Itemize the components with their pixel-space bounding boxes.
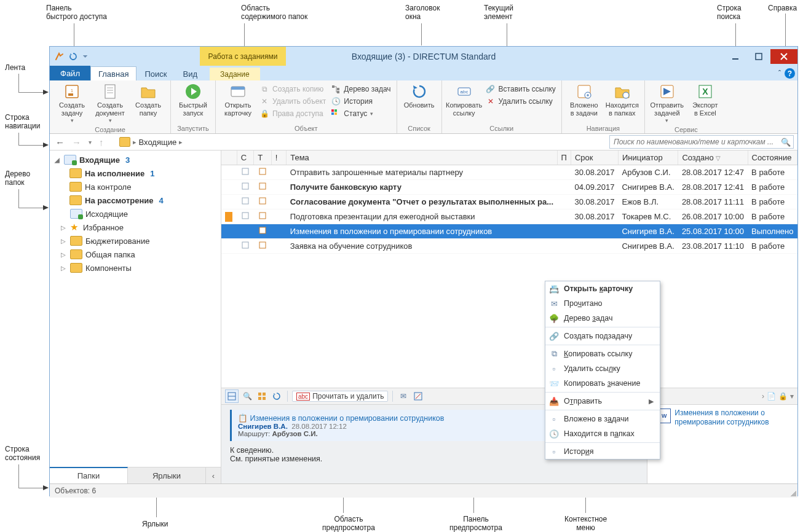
table-row[interactable]: Согласование документа "Отчет о результа… xyxy=(221,195,797,209)
breadcrumb[interactable]: ▸ Входящие ▸ xyxy=(119,137,183,147)
expand-icon[interactable]: ▷ xyxy=(61,265,67,272)
svg-rect-18 xyxy=(334,112,337,115)
table-row[interactable]: Заявка на обучение сотрудниковСнигирев В… xyxy=(221,239,797,254)
expand-icon[interactable]: ▷ xyxy=(61,251,67,258)
search-icon[interactable]: 🔍 xyxy=(781,138,791,147)
footer-tab-folders[interactable]: Папки xyxy=(50,467,128,483)
table-row[interactable]: Получите банковскую карту04.09.2017Сниги… xyxy=(221,180,797,195)
expand-icon[interactable]: ▷ xyxy=(61,238,67,244)
col-c[interactable]: С xyxy=(237,151,254,165)
minimize-button[interactable] xyxy=(724,49,747,64)
tree-item-inbox[interactable]: ◢ Входящие 3 xyxy=(53,153,217,166)
open-card-button[interactable]: Открыть карточку xyxy=(220,82,256,117)
resize-grip-icon[interactable] xyxy=(789,489,796,496)
col-bang[interactable]: ! xyxy=(271,151,287,165)
help-icon[interactable]: ? xyxy=(785,68,795,79)
pv-attach-icon[interactable]: 📄 xyxy=(767,392,776,401)
export-excel-button[interactable]: X Экспорт в Excel xyxy=(687,82,724,117)
pv-gear-icon[interactable]: ▾ xyxy=(790,392,794,401)
context-menu-item[interactable]: ▫Удалить ссылку xyxy=(545,361,660,376)
tab-view[interactable]: Вид xyxy=(175,66,205,80)
quick-start-button[interactable]: Быстрый запуск xyxy=(175,82,212,117)
create-folder-button[interactable]: Создать папку xyxy=(130,82,167,117)
pv-layout-icon[interactable] xyxy=(225,389,239,403)
pv-nav-icon[interactable]: › xyxy=(762,392,764,401)
create-document-button[interactable]: Создать документ xyxy=(92,82,129,124)
tab-task[interactable]: Задание xyxy=(210,68,260,80)
col-created[interactable]: Создано xyxy=(678,151,748,165)
context-menu-item[interactable]: 🕓Находится в папках xyxy=(545,426,660,441)
qat-dropdown-icon[interactable]: ⏷ xyxy=(81,53,90,60)
pv-lock-icon[interactable]: 🔒 xyxy=(778,392,788,401)
context-menu-item[interactable]: ▫История xyxy=(545,444,660,459)
tree-label: Избранное xyxy=(83,223,124,232)
delete-link-button[interactable]: ✕Удалить ссылку xyxy=(484,96,558,107)
excel-icon: X xyxy=(696,82,714,101)
in-tasks-button[interactable]: Вложено в задачи xyxy=(566,82,603,117)
tree-item[interactable]: На контроле xyxy=(53,180,217,194)
pv-task-icon[interactable] xyxy=(412,390,424,402)
close-button[interactable] xyxy=(770,49,797,64)
pv-grid-icon[interactable] xyxy=(256,390,268,402)
search-box[interactable]: 🔍 xyxy=(609,135,794,149)
tab-file[interactable]: Файл xyxy=(50,66,90,80)
col-state[interactable]: Состояние xyxy=(748,151,797,165)
col-theme[interactable]: Тема xyxy=(287,151,557,165)
tab-home[interactable]: Главная xyxy=(90,66,136,80)
collapse-icon[interactable]: ◢ xyxy=(55,157,61,163)
callout-current-element: Текущий элемент xyxy=(484,4,513,22)
send-task-button[interactable]: Отправить задачей xyxy=(649,82,686,124)
context-menu-item[interactable]: 📨Копировать значение xyxy=(545,376,660,391)
context-menu-item[interactable]: ⧉Копировать ссылку xyxy=(545,346,660,361)
tab-search[interactable]: Поиск xyxy=(136,66,175,80)
label: Создать папку xyxy=(135,101,161,117)
context-menu-item[interactable]: 📥Отправить▶ xyxy=(545,394,660,409)
pv-refresh-icon[interactable] xyxy=(271,390,283,402)
search-input[interactable] xyxy=(612,137,781,147)
history-button[interactable]: 🕓История xyxy=(329,96,392,107)
footer-tab-shortcuts[interactable]: Ярлыки xyxy=(128,467,206,483)
col-p[interactable]: П xyxy=(557,151,571,165)
pv-mail-icon[interactable]: ✉ xyxy=(397,390,409,402)
context-menu-item[interactable]: 📇Открыть карточку xyxy=(545,281,660,296)
qat-logo-icon[interactable] xyxy=(53,50,65,63)
insert-link-button[interactable]: 🔗Вставить ссылку xyxy=(484,84,558,95)
table-row[interactable]: Отправить запрошенные материалы партнеру… xyxy=(221,165,797,180)
col-initiator[interactable]: Инициатор xyxy=(618,151,678,165)
footer-collapse-icon[interactable]: ‹ xyxy=(206,467,221,483)
qat-refresh-icon[interactable] xyxy=(67,50,79,63)
nav-history-icon[interactable]: ▾ xyxy=(87,139,93,146)
group-label: Ссылки xyxy=(442,125,561,133)
table-row[interactable]: Подготовка презентации для ежегодной выс… xyxy=(221,209,797,224)
task-tree-button[interactable]: Дерево задач xyxy=(329,84,392,95)
context-menu-item[interactable]: ✉Прочитано xyxy=(545,296,660,311)
ribbon-collapse-icon[interactable]: ˆ xyxy=(778,69,781,78)
col-t[interactable]: Т xyxy=(254,151,271,165)
tree-item-favorites[interactable]: ▷Избранное xyxy=(53,221,217,234)
attachment-link[interactable]: Изменения в положении о премировании сот… xyxy=(674,409,794,480)
col-due[interactable]: Срок xyxy=(571,151,618,165)
context-menu-item[interactable]: 🌳Дерево задач xyxy=(545,311,660,326)
in-folders-button[interactable]: Находится в папках xyxy=(604,82,641,117)
context-menu-item[interactable]: 🔗Создать подзадачу xyxy=(545,329,660,343)
tree-item-outbox[interactable]: Исходящие xyxy=(53,207,217,221)
create-task-button[interactable]: 1 Создать задачу xyxy=(53,82,90,124)
expand-icon[interactable]: ▷ xyxy=(61,224,67,231)
maximize-button[interactable] xyxy=(747,49,770,64)
status-button[interactable]: Статус xyxy=(329,108,392,119)
crumb-sep-icon: ▸ xyxy=(133,138,136,146)
read-delete-button[interactable]: abcПрочитать и удалить xyxy=(292,391,388,402)
context-menu-item[interactable]: ▫Вложено в задачи xyxy=(545,412,660,426)
ctx-item-label: Вложено в задачи xyxy=(564,415,629,423)
tree-item[interactable]: ▷Компоненты xyxy=(53,261,217,275)
tree-item[interactable]: ▷Бюджетирование xyxy=(53,234,217,248)
tree-item[interactable]: На исполнение1 xyxy=(53,166,217,180)
tree-item[interactable]: ▷Общая папка xyxy=(53,248,217,261)
ribbon-group-create: 1 Создать задачу Создать документ Создат… xyxy=(50,80,171,133)
pv-search-icon[interactable]: 🔍 xyxy=(241,390,253,402)
copy-link-button[interactable]: abc Копировать ссылку xyxy=(446,82,483,117)
table-row[interactable]: Изменения в положении о премировании сот… xyxy=(221,224,797,239)
refresh-button[interactable]: Обновить xyxy=(401,82,438,109)
tree-item[interactable]: На рассмотрение4 xyxy=(53,194,217,207)
nav-back-icon[interactable]: ← xyxy=(53,137,66,147)
